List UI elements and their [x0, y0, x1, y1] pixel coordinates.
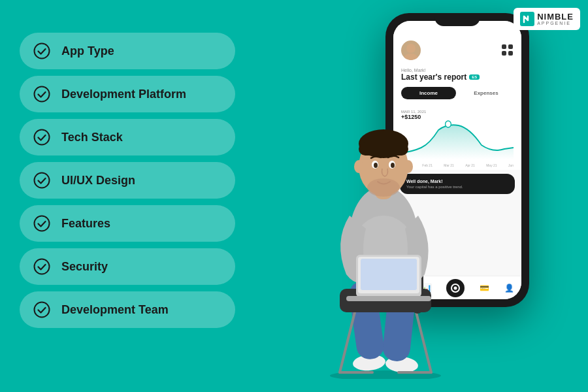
svg-line-13	[415, 307, 431, 372]
svg-point-41	[454, 286, 457, 289]
item-label-app-type: App Type	[61, 44, 114, 58]
svg-point-6	[35, 302, 50, 318]
checklist-item-dev-platform[interactable]: Development Platform	[20, 76, 235, 112]
check-icon-security	[33, 257, 51, 276]
svg-point-34	[354, 160, 363, 173]
check-icon-dev-platform	[33, 85, 51, 103]
check-icon-ui-ux	[33, 171, 51, 189]
card-nav-icon[interactable]: 💳	[480, 284, 489, 293]
expenses-tab[interactable]: Expenses	[459, 87, 514, 99]
svg-point-35	[404, 160, 413, 173]
logo-icon	[520, 12, 534, 26]
item-label-features: Features	[61, 217, 110, 231]
checklist-item-features[interactable]: Features	[20, 205, 235, 242]
check-icon-app-type	[33, 42, 51, 60]
svg-rect-24	[346, 296, 431, 301]
phone-mockup-area: Hello, Mark! Last year's report ES Incom…	[320, 13, 568, 379]
menu-grid-icon[interactable]	[502, 44, 514, 56]
svg-point-1	[35, 87, 50, 102]
svg-point-4	[35, 216, 50, 231]
logo-text: NIMBLE APPGENIE	[537, 12, 574, 25]
checklist-item-app-type[interactable]: App Type	[20, 33, 235, 69]
profile-nav-icon[interactable]: 👤	[504, 284, 514, 293]
checklist-item-dev-team[interactable]: Development Team	[20, 291, 235, 328]
phone-notch	[434, 13, 480, 26]
checklist: App Type Development Platform Tech Stack	[20, 33, 235, 328]
svg-point-33	[367, 178, 400, 197]
svg-point-0	[35, 44, 50, 59]
item-label-security: Security	[61, 260, 108, 274]
check-icon-features	[33, 214, 51, 233]
x-label-6: Jun	[508, 163, 514, 167]
check-icon-tech-stack	[33, 128, 51, 146]
item-label-dev-platform: Development Platform	[61, 88, 186, 101]
checklist-item-security[interactable]: Security	[20, 248, 235, 285]
svg-rect-28	[359, 142, 408, 155]
checklist-item-ui-ux[interactable]: UI/UX Design	[20, 162, 235, 199]
svg-point-5	[35, 259, 50, 274]
logo-name: NIMBLE	[537, 12, 574, 21]
check-icon-dev-team	[33, 301, 51, 319]
svg-point-3	[35, 173, 50, 188]
report-badge: ES	[469, 74, 480, 80]
svg-point-31	[374, 163, 378, 168]
svg-rect-23	[361, 259, 417, 290]
item-label-dev-team: Development Team	[61, 303, 169, 317]
logo-subtitle: APPGENIE	[537, 21, 574, 25]
checklist-item-tech-stack[interactable]: Tech Stack	[20, 119, 235, 155]
item-label-ui-ux: UI/UX Design	[61, 174, 135, 188]
svg-point-2	[35, 130, 50, 145]
person-illustration	[320, 39, 451, 379]
x-label-4: Apr 21	[465, 163, 475, 167]
item-label-tech-stack: Tech Stack	[61, 131, 123, 144]
logo: NIMBLE APPGENIE	[514, 8, 580, 30]
svg-point-32	[391, 163, 395, 168]
x-label-5: May 21	[486, 163, 497, 167]
